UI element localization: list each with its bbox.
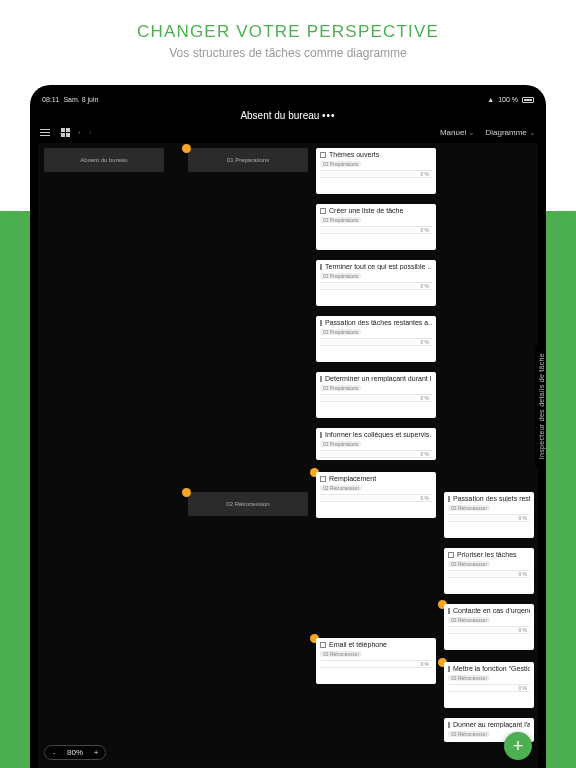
layout-manual-dropdown[interactable]: Manuel ⌄: [440, 128, 475, 137]
group-retrocession[interactable]: 02 Rétrocession: [188, 492, 308, 516]
task-tag: 01 Preparations: [320, 273, 361, 279]
task-title: Remplacement: [329, 475, 376, 482]
title-more-icon[interactable]: •••: [322, 110, 336, 121]
status-dot-icon: [182, 144, 191, 153]
task-tag: 02 Rétrocession: [448, 731, 490, 737]
task-tag: 02 Rétrocession: [320, 485, 362, 491]
title-bar: Absent du bureau •••: [30, 107, 546, 127]
status-bar: 08:11 Sam. 8 juin ▲ 100 %: [30, 90, 546, 107]
task-title: Passation des sujets resta…: [453, 495, 530, 502]
task-title: Determiner un remplaçant durant l…: [325, 375, 432, 382]
add-button[interactable]: +: [504, 732, 532, 760]
task-progress: 0 %: [518, 571, 527, 577]
task-tag: 02 Rétrocession: [320, 651, 362, 657]
task-card[interactable]: Informer les collègues et supervis… 01 P…: [316, 428, 436, 460]
status-battery: 100 %: [498, 96, 518, 103]
zoom-out-button[interactable]: -: [47, 748, 61, 757]
status-time: 08:11: [42, 96, 60, 103]
group-root[interactable]: Absent du bureau: [44, 148, 164, 172]
task-progress: 0 %: [420, 661, 429, 667]
task-tag: 01 Preparations: [320, 441, 361, 447]
zoom-in-button[interactable]: +: [89, 748, 103, 757]
device-frame: 08:11 Sam. 8 juin ▲ 100 % Absent du bure…: [30, 85, 546, 768]
task-tag: 01 Preparations: [320, 329, 361, 335]
chevron-down-icon: ⌄: [529, 128, 536, 137]
task-tag: 02 Rétrocession: [448, 617, 490, 623]
task-progress: 0 %: [518, 515, 527, 521]
task-card[interactable]: Passation des sujets resta… 02 Rétrocess…: [444, 492, 534, 538]
nav-back-icon[interactable]: ‹: [78, 128, 81, 137]
task-card[interactable]: Passation des tâches restantes a… 01 Pre…: [316, 316, 436, 362]
task-card[interactable]: Mettre la fonction "Gestion… 02 Rétroces…: [444, 662, 534, 708]
marketing-title: CHANGER VOTRE PERSPECTIVE: [0, 22, 576, 42]
task-title: Mettre la fonction "Gestion…: [453, 665, 530, 672]
task-card[interactable]: Contacte en cas d'urgence… 02 Rétrocessi…: [444, 604, 534, 650]
status-left: 08:11 Sam. 8 juin: [42, 96, 98, 103]
task-card[interactable]: Determiner un remplaçant durant l… 01 Pr…: [316, 372, 436, 418]
task-title: Informer les collègues et supervis…: [325, 431, 432, 438]
task-tag: 02 Rétrocession: [448, 505, 490, 511]
task-progress: 0 %: [420, 395, 429, 401]
task-tag: 01 Preparations: [320, 217, 361, 223]
task-card[interactable]: Remplacement 02 Rétrocession 0 %: [316, 472, 436, 518]
task-card[interactable]: Email et téléphone 02 Rétrocession 0 %: [316, 638, 436, 684]
chevron-down-icon: ⌄: [468, 128, 475, 137]
menu-icon[interactable]: [40, 127, 50, 138]
zoom-value: 80%: [61, 748, 89, 757]
task-progress: 0 %: [518, 627, 527, 633]
grid-icon[interactable]: [61, 128, 70, 137]
task-title: Thèmes ouverts: [329, 151, 379, 158]
task-progress: 0 %: [420, 171, 429, 177]
task-title: Passation des tâches restantes a…: [325, 319, 432, 326]
zoom-control: - 80% +: [44, 745, 106, 760]
task-card[interactable]: Prioriser les tâches 02 Rétrocession 0 %: [444, 548, 534, 594]
task-progress: 0 %: [420, 495, 429, 501]
status-date: Sam. 8 juin: [63, 96, 98, 103]
task-progress: 0 %: [420, 227, 429, 233]
diagram-canvas[interactable]: Absent du bureau 01 Preparations 02 Rétr…: [38, 143, 538, 768]
task-tag: 02 Rétrocession: [448, 561, 490, 567]
task-progress: 0 %: [420, 451, 429, 457]
wifi-icon: ▲: [487, 96, 494, 103]
task-title: Contacte en cas d'urgence…: [453, 607, 530, 614]
task-title: Email et téléphone: [329, 641, 387, 648]
status-dot-icon: [182, 488, 191, 497]
group-preparations[interactable]: 01 Preparations: [188, 148, 308, 172]
task-title: Donner au remplaçant l'ac…: [453, 721, 530, 728]
document-title[interactable]: Absent du bureau: [240, 110, 319, 121]
task-progress: 0 %: [420, 339, 429, 345]
task-tag: 01 Preparations: [320, 161, 361, 167]
nav-forward-icon[interactable]: ›: [89, 128, 92, 137]
task-title: Prioriser les tâches: [457, 551, 517, 558]
task-card[interactable]: Thèmes ouverts 01 Preparations 0 %: [316, 148, 436, 194]
task-tag: 01 Preparations: [320, 385, 361, 391]
inspector-tab[interactable]: Inspecteur des details de tâche: [535, 345, 546, 467]
task-card[interactable]: Terminer tout ce qui est possible … 01 P…: [316, 260, 436, 306]
toolbar: ⌄ ‹ › Manuel ⌄ Diagramme ⌄: [30, 127, 546, 143]
task-title: Terminer tout ce qui est possible …: [325, 263, 432, 270]
marketing-subtitle: Vos structures de tâches comme diagramme: [0, 46, 576, 60]
task-progress: 0 %: [518, 685, 527, 691]
view-diagram-dropdown[interactable]: Diagramme ⌄: [485, 128, 536, 137]
task-tag: 02 Rétrocession: [448, 675, 490, 681]
task-title: Créer une liste de tâche: [329, 207, 403, 214]
battery-icon: [522, 97, 534, 103]
task-card[interactable]: Créer une liste de tâche 01 Preparations…: [316, 204, 436, 250]
task-progress: 0 %: [420, 283, 429, 289]
